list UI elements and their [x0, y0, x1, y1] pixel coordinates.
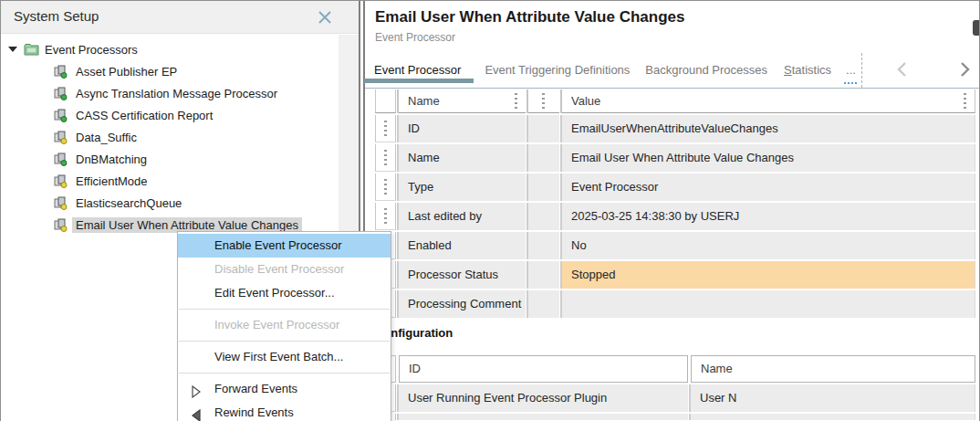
menu-separator [179, 373, 390, 374]
tree-node-event-processors[interactable]: Event Processors [1, 39, 339, 61]
tree-item[interactable]: DnBMatching [1, 149, 339, 171]
column-header-spacer [528, 89, 559, 113]
property-value-cell: Email User When Attribute Value Changes [562, 144, 975, 172]
configuration-header-row: ID Name [375, 355, 975, 383]
property-value-cell: 2025-03-25 14:38:30 by USERJ [562, 203, 975, 230]
property-spacer-cell [528, 261, 559, 289]
tree-item[interactable]: Data_Suffic [1, 127, 339, 149]
property-row-last-edited: Last edited by 2025-03-25 14:38:30 by US… [375, 203, 975, 230]
page-title: Email User When Attribute Value Changes [375, 8, 684, 26]
property-spacer-cell [528, 144, 559, 172]
tree-item[interactable]: Async Translation Message Processor [1, 83, 339, 105]
property-spacer-cell [528, 290, 559, 318]
context-menu: Enable Event Processor Disable Event Pro… [177, 231, 391, 421]
menu-separator [179, 341, 390, 342]
property-spacer-cell [528, 115, 559, 142]
menu-item-invoke-event-processor[interactable]: Invoke Event Processor [178, 313, 391, 337]
event-processor-icon [54, 87, 68, 100]
column-menu-dots-icon[interactable] [515, 93, 517, 109]
property-row-name: Name Email User When Attribute Value Cha… [375, 144, 975, 172]
property-name-cell: Last edited by [399, 203, 526, 230]
pin-icon[interactable] [973, 20, 979, 36]
property-spacer-cell [528, 174, 559, 201]
tree-item-label: CASS Certification Report [72, 108, 216, 123]
tree-item[interactable]: EfficientMode [1, 171, 339, 193]
row-handle[interactable] [375, 144, 396, 172]
properties-table: Name Value ID EmailUserWhenAttributeValu… [375, 89, 975, 318]
menu-item-edit-event-processor[interactable]: Edit Event Processor... [178, 281, 391, 305]
close-icon[interactable] [317, 9, 333, 26]
config-column-header-id: ID [399, 355, 688, 383]
menu-item-disable-event-processor[interactable]: Disable Event Processor [178, 258, 391, 281]
menu-item-view-first-event-batch[interactable]: View First Event Batch... [178, 345, 391, 369]
property-row-enabled: Enabled No [375, 232, 975, 259]
collapse-arrow-icon[interactable] [8, 47, 17, 52]
menu-item-forward-events[interactable]: Forward Events [178, 377, 391, 401]
tree-item-label: Async Translation Message Processor [72, 86, 281, 101]
property-name-cell: Processor Status [399, 261, 526, 289]
config-id-cell [399, 414, 688, 420]
tree-item[interactable]: ElasticsearchQueue [1, 193, 339, 215]
config-column-header-name: Name [691, 355, 975, 383]
tree-item-label: ElasticsearchQueue [72, 195, 185, 211]
header-handle-cell [375, 89, 396, 113]
tab-overflow-more[interactable]: ... [846, 63, 856, 77]
property-name-cell: Name [399, 144, 526, 172]
tab-background-processes[interactable]: Background Processes [645, 63, 767, 78]
property-row-type: Type Event Processor [375, 174, 975, 201]
tab-scroll-right-icon[interactable] [957, 60, 974, 79]
tree-item-label: DnBMatching [72, 152, 151, 167]
tab-drag-divider [861, 53, 862, 88]
property-value-cell: EmailUserWhenAttributeValueChanges [562, 115, 975, 142]
tab-statistics[interactable]: Statistics [784, 63, 831, 78]
menu-item-rewind-events[interactable]: Rewind Events [178, 401, 391, 421]
property-name-cell: ID [399, 115, 526, 142]
event-processor-icon [54, 65, 68, 79]
row-handle[interactable] [375, 174, 396, 201]
configuration-table: ID Name User Running Event Processor Plu… [375, 355, 975, 420]
event-processor-icon [54, 131, 68, 144]
property-spacer-cell [528, 203, 559, 230]
column-menu-dots-icon[interactable] [964, 93, 966, 109]
row-handle-dots-icon [384, 121, 387, 136]
property-value-cell: No [562, 232, 975, 259]
panel-header: System Setup [1, 1, 359, 34]
column-header-value: Value [562, 89, 975, 113]
folder-icon [24, 41, 39, 63]
event-processor-icon [54, 174, 68, 188]
property-name-cell: Type [399, 174, 526, 201]
config-id-cell: User Running Event Processor Plugin [399, 384, 688, 412]
detail-pane: Email User When Attribute Value Changes … [365, 1, 979, 421]
property-name-cell: Processing Comment [399, 290, 526, 318]
tab-scroll-left-icon[interactable] [895, 60, 912, 79]
row-handle[interactable] [375, 115, 396, 142]
rewind-events-icon [190, 406, 203, 419]
menu-item-enable-event-processor[interactable]: Enable Event Processor [178, 234, 391, 258]
property-spacer-cell [528, 232, 559, 259]
tree-item[interactable]: CASS Certification Report [1, 105, 339, 127]
configuration-row-partial [375, 414, 975, 420]
tree-item-label: Asset Publisher EP [72, 64, 181, 79]
menu-separator [179, 309, 390, 310]
property-row-processing-comment: Processing Comment [375, 290, 975, 318]
event-processor-icon [54, 218, 68, 232]
tab-bar: Event Processor Event Triggering Definit… [365, 52, 979, 89]
forward-events-icon [190, 383, 203, 395]
tree-item-label: EfficientMode [72, 174, 151, 189]
tree-root-label: Event Processors [45, 43, 138, 57]
row-handle[interactable] [375, 203, 396, 230]
tab-event-triggering-definitions[interactable]: Event Triggering Definitions [485, 63, 630, 78]
property-name-cell: Enabled [399, 232, 526, 259]
row-handle-dots-icon [384, 179, 387, 195]
configuration-row[interactable]: User Running Event Processor Plugin User… [375, 384, 975, 412]
tree-item[interactable]: Asset Publisher EP [1, 61, 339, 83]
status-value-cell: Stopped [562, 261, 975, 289]
column-header-name: Name [399, 89, 526, 113]
property-row-id: ID EmailUserWhenAttributeValueChanges [375, 115, 975, 142]
event-processor-icon [54, 109, 68, 122]
properties-header-row: Name Value [375, 89, 975, 113]
column-menu-dots-icon[interactable] [542, 93, 545, 109]
tab-event-processor[interactable]: Event Processor [374, 63, 461, 78]
property-value-cell [562, 290, 975, 318]
property-value-cell: Event Processor [562, 174, 975, 201]
